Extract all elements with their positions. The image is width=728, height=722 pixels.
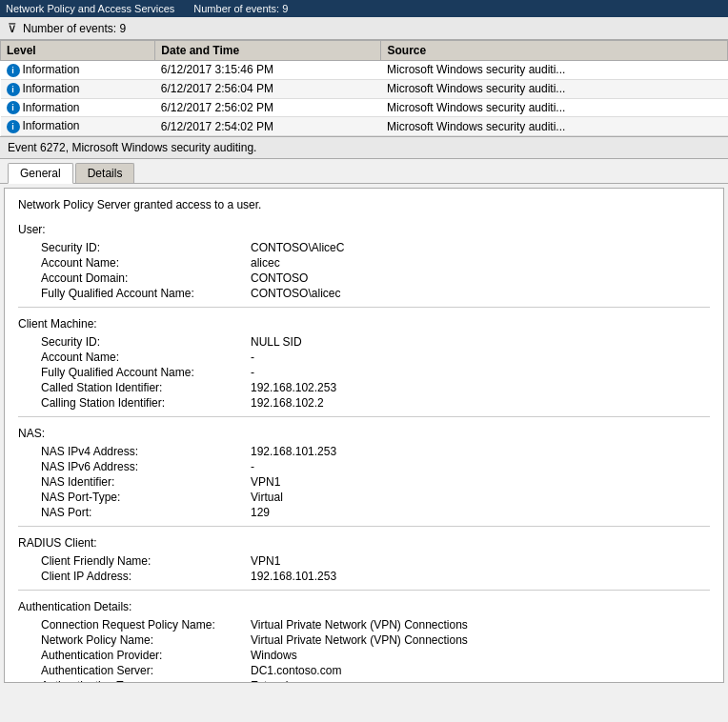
app-title: Network Policy and Access Services xyxy=(6,3,174,14)
title-event-count: Number of events: 9 xyxy=(193,3,288,14)
event-source: Microsoft Windows security auditi... xyxy=(381,61,728,80)
event-description-bar: Event 6272, Microsoft Windows security a… xyxy=(0,136,728,159)
event-source: Microsoft Windows security auditi... xyxy=(381,98,728,117)
section-table: Security ID:CONTOSO\AliceCAccount Name:a… xyxy=(37,240,724,301)
tab-general[interactable]: General xyxy=(8,163,73,184)
event-source: Microsoft Windows security auditi... xyxy=(381,79,728,98)
field-value: 129 xyxy=(247,505,724,520)
detail-row: NAS IPv6 Address:- xyxy=(37,459,724,474)
field-value: Virtual Private Network (VPN) Connection… xyxy=(247,632,724,648)
field-value: CONTOSO\alicec xyxy=(247,286,724,301)
tab-details[interactable]: Details xyxy=(75,163,135,183)
detail-row: Account Name:alicec xyxy=(37,255,724,271)
section-divider xyxy=(18,307,710,308)
info-icon: i xyxy=(7,101,20,114)
field-label: Connection Request Policy Name: xyxy=(37,617,247,632)
section-header: Client Machine: xyxy=(18,317,710,331)
field-label: Client Friendly Name: xyxy=(37,553,247,569)
event-description-text: Event 6272, Microsoft Windows security a… xyxy=(8,141,256,154)
table-row[interactable]: iInformation6/12/2017 2:56:04 PMMicrosof… xyxy=(1,79,728,98)
detail-row: Client IP Address:192.168.101.253 xyxy=(37,569,724,584)
event-level: iInformation xyxy=(1,117,155,136)
detail-row: Authentication Type:Extension xyxy=(37,678,724,683)
field-label: NAS Port-Type: xyxy=(37,490,247,505)
field-label: NAS IPv6 Address: xyxy=(37,459,247,474)
table-row[interactable]: iInformation6/12/2017 2:54:02 PMMicrosof… xyxy=(1,117,728,136)
detail-section: NAS:NAS IPv4 Address:192.168.101.253NAS … xyxy=(18,427,710,527)
field-label: Account Name: xyxy=(37,350,247,365)
filter-bar: ⊽ Number of events: 9 xyxy=(0,17,728,40)
field-value: CONTOSO\AliceC xyxy=(247,240,724,255)
field-value: 192.168.102.253 xyxy=(247,380,724,395)
section-header: NAS: xyxy=(18,427,710,440)
field-label: NAS Port: xyxy=(37,505,247,520)
col-datetime: Date and Time xyxy=(155,41,381,61)
field-label: Authentication Server: xyxy=(37,663,247,678)
event-level: iInformation xyxy=(1,61,155,80)
field-label: Network Policy Name: xyxy=(37,632,247,648)
field-label: Called Station Identifier: xyxy=(37,380,247,395)
field-value: Virtual Private Network (VPN) Connection… xyxy=(247,617,724,632)
filter-icon: ⊽ xyxy=(8,21,17,35)
field-label: NAS Identifier: xyxy=(37,474,247,490)
table-row[interactable]: iInformation6/12/2017 2:56:02 PMMicrosof… xyxy=(1,98,728,117)
field-label: Fully Qualified Account Name: xyxy=(37,365,247,380)
section-header: User: xyxy=(18,223,710,236)
detail-row: Account Domain:CONTOSO xyxy=(37,271,724,286)
detail-row: NAS IPv4 Address:192.168.101.253 xyxy=(37,444,724,459)
field-value: Virtual xyxy=(247,490,724,505)
section-header: RADIUS Client: xyxy=(18,536,710,550)
detail-section: Authentication Details:Connection Reques… xyxy=(18,600,710,683)
detail-row: NAS Port-Type:Virtual xyxy=(37,490,724,505)
info-icon: i xyxy=(7,64,20,77)
section-divider xyxy=(18,590,710,591)
field-value: NULL SID xyxy=(247,334,724,350)
detail-row: Calling Station Identifier:192.168.102.2 xyxy=(37,395,724,411)
field-label: Calling Station Identifier: xyxy=(37,395,247,411)
section-header: Authentication Details: xyxy=(18,600,710,613)
field-value: CONTOSO xyxy=(247,271,724,286)
detail-panel: Network Policy Server granted access to … xyxy=(4,188,724,683)
title-bar: Network Policy and Access Services Numbe… xyxy=(0,0,728,17)
tabs-container: General Details xyxy=(0,159,728,184)
detail-intro: Network Policy Server granted access to … xyxy=(18,198,710,211)
field-label: Security ID: xyxy=(37,334,247,350)
field-value: VPN1 xyxy=(247,474,724,490)
col-source: Source xyxy=(381,41,728,61)
table-row[interactable]: iInformation6/12/2017 3:15:46 PMMicrosof… xyxy=(1,61,728,80)
event-datetime: 6/12/2017 2:56:04 PM xyxy=(155,79,381,98)
detail-row: NAS Identifier:VPN1 xyxy=(37,474,724,490)
detail-row: Connection Request Policy Name:Virtual P… xyxy=(37,617,724,632)
events-table: Level Date and Time Source iInformation6… xyxy=(0,40,728,136)
field-value: Windows xyxy=(247,648,724,663)
field-label: NAS IPv4 Address: xyxy=(37,444,247,459)
detail-section: RADIUS Client:Client Friendly Name:VPN1C… xyxy=(18,536,710,591)
detail-row: Security ID:CONTOSO\AliceC xyxy=(37,240,724,255)
detail-row: Called Station Identifier:192.168.102.25… xyxy=(37,380,724,395)
field-label: Authentication Type: xyxy=(37,678,247,683)
detail-row: Network Policy Name:Virtual Private Netw… xyxy=(37,632,724,648)
section-table: Client Friendly Name:VPN1Client IP Addre… xyxy=(37,553,724,584)
field-value: 192.168.102.2 xyxy=(247,395,724,411)
info-icon: i xyxy=(7,120,20,133)
field-value: alicec xyxy=(247,255,724,271)
detail-row: Fully Qualified Account Name:- xyxy=(37,365,724,380)
event-source: Microsoft Windows security auditi... xyxy=(381,117,728,136)
detail-row: Fully Qualified Account Name:CONTOSO\ali… xyxy=(37,286,724,301)
field-label: Security ID: xyxy=(37,240,247,255)
event-datetime: 6/12/2017 2:56:02 PM xyxy=(155,98,381,117)
field-label: Authentication Provider: xyxy=(37,648,247,663)
detail-row: Authentication Provider:Windows xyxy=(37,648,724,663)
field-label: Account Domain: xyxy=(37,271,247,286)
field-label: Fully Qualified Account Name: xyxy=(37,286,247,301)
section-divider xyxy=(18,416,710,417)
field-label: Account Name: xyxy=(37,255,247,271)
field-value: Extension xyxy=(247,678,724,683)
detail-section: Client Machine:Security ID:NULL SIDAccou… xyxy=(18,317,710,417)
section-divider xyxy=(18,526,710,527)
field-value: VPN1 xyxy=(247,553,724,569)
section-table: Connection Request Policy Name:Virtual P… xyxy=(37,617,724,683)
event-datetime: 6/12/2017 3:15:46 PM xyxy=(155,61,381,80)
filter-label: Number of events: 9 xyxy=(23,22,126,35)
field-value: - xyxy=(247,365,724,380)
